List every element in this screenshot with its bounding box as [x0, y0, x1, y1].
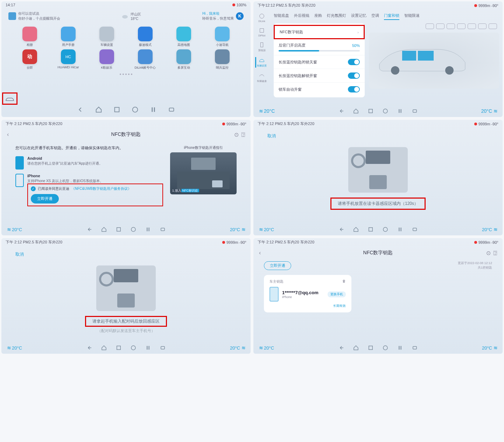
- recent-icon[interactable]: [368, 108, 374, 114]
- tab-doors-locks[interactable]: 门窗和锁: [384, 13, 399, 20]
- temp-right[interactable]: 20°C≋: [230, 345, 245, 351]
- sidebar-item-energy[interactable]: 新能源: [258, 42, 266, 52]
- app-multiscreen[interactable]: 多屏互动: [166, 49, 202, 70]
- rotate-icon[interactable]: [412, 226, 418, 233]
- view-icon[interactable]: [426, 23, 434, 29]
- tab-mirror[interactable]: 外后视镜: [294, 13, 309, 20]
- nfc-key-row[interactable]: NFC数字钥匙 ›: [274, 25, 365, 39]
- back-icon[interactable]: [86, 345, 92, 351]
- view-icon[interactable]: [468, 23, 476, 29]
- back-icon[interactable]: [338, 108, 344, 114]
- view-icon[interactable]: [457, 23, 465, 29]
- back-button[interactable]: ‹: [259, 250, 261, 256]
- home-icon[interactable]: [95, 106, 103, 113]
- recent-icon[interactable]: [115, 345, 122, 351]
- rotate-icon[interactable]: [412, 345, 418, 351]
- activate-button[interactable]: 立即开通: [31, 194, 59, 203]
- temp-right[interactable]: 20°C≋: [482, 227, 497, 232]
- back-icon[interactable]: [338, 226, 344, 233]
- pause-icon[interactable]: [149, 106, 157, 113]
- sidebar-item-dilink[interactable]: DiLink: [258, 13, 265, 22]
- climate-icon[interactable]: [131, 106, 139, 113]
- tab-speed-limit[interactable]: 智能限速: [404, 13, 420, 20]
- rotate-icon[interactable]: [412, 108, 418, 114]
- app-sport-mode[interactable]: 极速模式: [127, 27, 163, 47]
- pause-icon[interactable]: [397, 226, 403, 233]
- temp-right[interactable]: 20°C≋: [481, 108, 497, 114]
- home-icon[interactable]: [353, 108, 359, 114]
- activate-button[interactable]: 立即开通: [264, 261, 291, 270]
- back-icon[interactable]: [86, 226, 92, 233]
- sidebar-item-dipilot[interactable]: DiPilot: [258, 27, 265, 37]
- cancel-button[interactable]: 取消: [15, 251, 24, 257]
- view-icon[interactable]: [489, 23, 497, 29]
- temp-left[interactable]: ≋20°C: [259, 345, 274, 351]
- app-manual[interactable]: 用户手册: [50, 27, 86, 47]
- app-vehicle-settings[interactable]: 车辆设置: [89, 27, 125, 47]
- view-icon[interactable]: [436, 23, 444, 29]
- toggle-switch[interactable]: [348, 86, 360, 92]
- change-phone-chip[interactable]: 更换手机: [328, 291, 346, 297]
- voice-logo[interactable]: [8, 12, 16, 20]
- tab-memory[interactable]: 设置记忆: [351, 13, 366, 20]
- help-icon[interactable]: ⍰: [493, 250, 497, 256]
- home-icon[interactable]: [353, 226, 359, 233]
- climate-icon[interactable]: [130, 345, 136, 351]
- temp-left[interactable]: ≋20°C: [259, 227, 274, 232]
- app-gallery[interactable]: 相册: [12, 27, 48, 47]
- app-yunting[interactable]: 动云听: [12, 49, 48, 70]
- toggle-switch[interactable]: [348, 59, 360, 65]
- recent-icon[interactable]: [368, 345, 374, 351]
- tab-ac[interactable]: 空调: [371, 13, 379, 20]
- recent-icon[interactable]: [113, 106, 121, 113]
- sidebar-item-health[interactable]: 车辆健康: [257, 72, 267, 83]
- climate-icon[interactable]: [382, 345, 388, 351]
- app-xiaodi-nav[interactable]: 小迪导航: [204, 27, 240, 47]
- app-dilink-account[interactable]: DiLink账号中心: [127, 49, 163, 70]
- tab-chassis[interactable]: 智能底盘: [274, 13, 289, 20]
- home-icon[interactable]: [101, 226, 107, 233]
- temp-right[interactable]: 20°C≋: [482, 345, 497, 351]
- settings-icon[interactable]: ⊙: [234, 131, 239, 138]
- app-hicar[interactable]: HCHUAWEI HiCar: [50, 49, 86, 70]
- rotate-icon[interactable]: [160, 345, 166, 351]
- sidebar-item-vehicle-settings[interactable]: 车辆设置: [255, 57, 267, 68]
- app-sentry[interactable]: 哨兵监控: [204, 49, 240, 70]
- toggle-switch[interactable]: [348, 72, 360, 79]
- recent-icon[interactable]: [368, 226, 374, 233]
- help-icon[interactable]: ⍰: [241, 131, 245, 138]
- tab-cabin[interactable]: 座舱: [314, 13, 322, 20]
- tailgate-height-slider[interactable]: [279, 50, 360, 51]
- app-amap[interactable]: 高德地图: [166, 27, 202, 47]
- delete-icon[interactable]: 🗑: [342, 279, 346, 284]
- agreement-link[interactable]: 《NFC&UWB数字钥匙用户服务协议》: [71, 186, 131, 191]
- climate-icon[interactable]: [382, 108, 388, 114]
- settings-icon[interactable]: ⊙: [486, 250, 491, 256]
- view-icon[interactable]: [447, 23, 455, 29]
- temp-left[interactable]: ≋20°C: [7, 345, 22, 351]
- view-icon[interactable]: [478, 23, 486, 29]
- climate-icon[interactable]: [382, 226, 388, 233]
- home-icon[interactable]: [353, 345, 359, 351]
- temp-left[interactable]: ≋20°C: [7, 227, 22, 232]
- app-karaoke[interactable]: K歌娱乐: [89, 49, 125, 70]
- cancel-button[interactable]: 取消: [267, 133, 276, 139]
- back-icon[interactable]: [77, 106, 84, 113]
- pause-icon[interactable]: [145, 226, 151, 233]
- home-icon[interactable]: [101, 345, 107, 351]
- climate-icon[interactable]: [130, 226, 136, 233]
- music-app-icon[interactable]: K: [236, 12, 244, 20]
- back-button[interactable]: ‹: [7, 131, 9, 138]
- rotate-icon[interactable]: [168, 106, 175, 113]
- pause-icon[interactable]: [397, 108, 403, 114]
- vehicle-shortcut-highlight[interactable]: [2, 92, 18, 105]
- temp-left[interactable]: ≋20°C: [259, 108, 275, 114]
- tailgate-height-row[interactable]: 后背门开启高度 50%: [274, 39, 365, 55]
- back-icon[interactable]: [338, 345, 344, 351]
- agree-checkbox[interactable]: ✓: [31, 186, 36, 191]
- pause-icon[interactable]: [145, 345, 151, 351]
- temp-right[interactable]: 20°C≋: [230, 227, 245, 232]
- rotate-icon[interactable]: [160, 226, 166, 233]
- pause-icon[interactable]: [397, 345, 403, 351]
- recent-icon[interactable]: [115, 226, 122, 233]
